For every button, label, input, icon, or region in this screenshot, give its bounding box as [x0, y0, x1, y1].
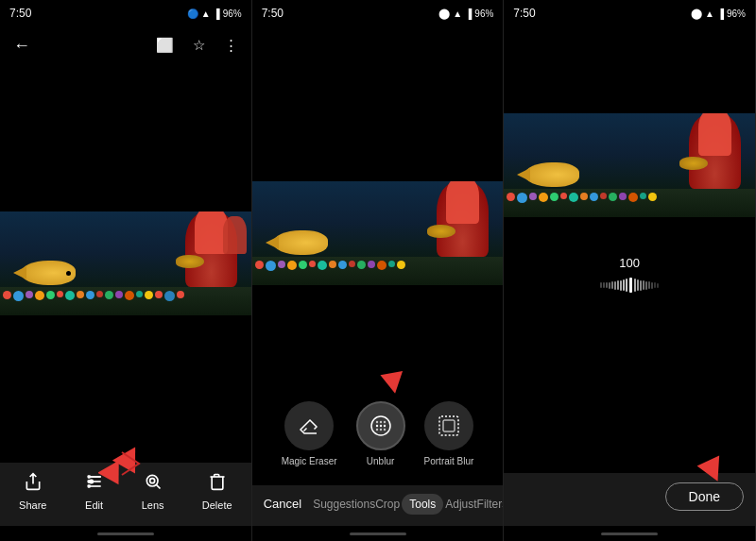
portrait-blur-tool[interactable]: Portrait Blur [424, 401, 474, 466]
svg-rect-24 [439, 416, 458, 435]
svg-point-11 [149, 479, 154, 483]
bluetooth-icon-2: ⬤ [438, 8, 450, 20]
battery-icon: 96% [223, 8, 242, 19]
tab-crop[interactable]: Crop [375, 494, 400, 515]
portrait-blur-circle [424, 401, 473, 450]
svg-rect-8 [87, 480, 90, 482]
status-bar-3: 7:50 ⬤ ▲ ▐ 96% [504, 0, 755, 26]
signal-icon-2: ▐ [465, 8, 472, 19]
black-top-area-2 [252, 26, 504, 83]
photo-display-3 [504, 83, 755, 246]
wifi-icon: ▲ [201, 8, 211, 19]
svg-point-22 [379, 429, 381, 431]
unblur-circle [356, 401, 405, 450]
slider-area: 100 [504, 246, 755, 310]
svg-marker-0 [98, 461, 127, 488]
status-time-2: 7:50 [262, 7, 284, 20]
home-indicator-3 [504, 526, 755, 541]
svg-point-10 [146, 475, 158, 486]
top-nav-1: ← ⬜ ☆ ⋮ [0, 26, 251, 64]
svg-point-21 [375, 429, 377, 431]
svg-point-15 [375, 421, 377, 423]
cancel-button[interactable]: Cancel [252, 493, 313, 515]
svg-rect-9 [87, 484, 90, 487]
magic-eraser-label: Magic Eraser [282, 456, 337, 466]
slider-value-label: 100 [518, 256, 741, 270]
wifi-icon-2: ▲ [453, 8, 462, 19]
delete-label: Delete [202, 499, 232, 511]
home-indicator-2 [252, 526, 504, 541]
svg-point-23 [383, 429, 385, 431]
star-icon[interactable]: ☆ [187, 33, 211, 58]
lens-label: Lens [142, 499, 164, 511]
arrow-to-done [696, 454, 729, 490]
battery-icon-3: 96% [727, 8, 746, 19]
tools-popup: Magic Eraser [252, 382, 504, 485]
bluetooth-icon-3: ⬤ [691, 8, 702, 20]
svg-line-12 [156, 484, 160, 488]
more-icon[interactable]: ⋮ [218, 33, 244, 58]
svg-marker-26 [697, 456, 729, 486]
svg-point-16 [379, 421, 381, 423]
tab-suggestions[interactable]: Suggestions [313, 494, 375, 515]
status-icons-2: ⬤ ▲ ▐ 96% [438, 8, 493, 20]
back-button[interactable]: ← [8, 32, 36, 59]
delete-icon [208, 472, 227, 496]
svg-point-17 [383, 421, 385, 423]
tab-filters[interactable]: Filters [477, 494, 505, 515]
magic-eraser-tool[interactable]: Magic Eraser [282, 401, 337, 466]
panel-tools-selection: 7:50 ⬤ ▲ ▐ 96% [252, 0, 505, 541]
status-bar-1: 7:50 🔵 ▲ ▐ 96% [0, 0, 251, 26]
svg-marker-13 [380, 371, 405, 396]
unblur-label: Unblur [367, 456, 394, 466]
svg-point-20 [383, 425, 385, 427]
arrow-edit-indicator [98, 460, 127, 492]
status-icons-1: 🔵 ▲ ▐ 96% [187, 8, 242, 19]
status-bar-2: 7:50 ⬤ ▲ ▐ 96% [252, 0, 504, 26]
share-button[interactable]: Share [19, 472, 46, 511]
portrait-blur-label: Portrait Blur [424, 456, 474, 466]
status-icons-3: ⬤ ▲ ▐ 96% [691, 8, 746, 20]
tab-tools[interactable]: Tools [402, 494, 443, 515]
delete-button[interactable]: Delete [202, 472, 232, 511]
black-top-area-3 [504, 26, 755, 83]
svg-rect-7 [87, 475, 90, 478]
tab-bar-2: Cancel Suggestions Crop Tools Adjust Fil… [252, 485, 504, 526]
bottom-bar-3: Done [504, 473, 755, 526]
bluetooth-icon: 🔵 [187, 8, 198, 19]
home-indicator-1 [0, 526, 251, 541]
share-label: Share [19, 499, 46, 511]
unblur-tool[interactable]: Unblur [356, 401, 405, 466]
status-time-3: 7:50 [513, 7, 535, 20]
status-time-1: 7:50 [9, 7, 31, 20]
share-icon [24, 472, 43, 496]
svg-point-19 [379, 425, 381, 427]
edit-label: Edit [85, 499, 103, 511]
cast-icon[interactable]: ⬜ [150, 33, 180, 58]
photo-display-2 [252, 83, 504, 382]
signal-icon: ▐ [214, 8, 220, 19]
panel-unblur-slider: 7:50 ⬤ ▲ ▐ 96% [504, 0, 756, 541]
battery-icon-2: 96% [474, 8, 493, 19]
svg-point-18 [375, 425, 377, 427]
panel-photo-viewer: 7:50 🔵 ▲ ▐ 96% ← ⬜ ☆ ⋮ [0, 0, 252, 541]
tab-adjust[interactable]: Adjust [445, 494, 476, 515]
wifi-icon-3: ▲ [705, 8, 714, 19]
photo-display-1 [0, 64, 251, 463]
slider-track[interactable] [518, 276, 741, 295]
spacer-3 [504, 310, 755, 473]
signal-icon-3: ▐ [717, 8, 724, 19]
arrow-to-unblur [378, 367, 408, 401]
tools-row: Magic Eraser [282, 401, 474, 466]
magic-eraser-circle [284, 401, 334, 450]
svg-rect-25 [443, 420, 455, 431]
